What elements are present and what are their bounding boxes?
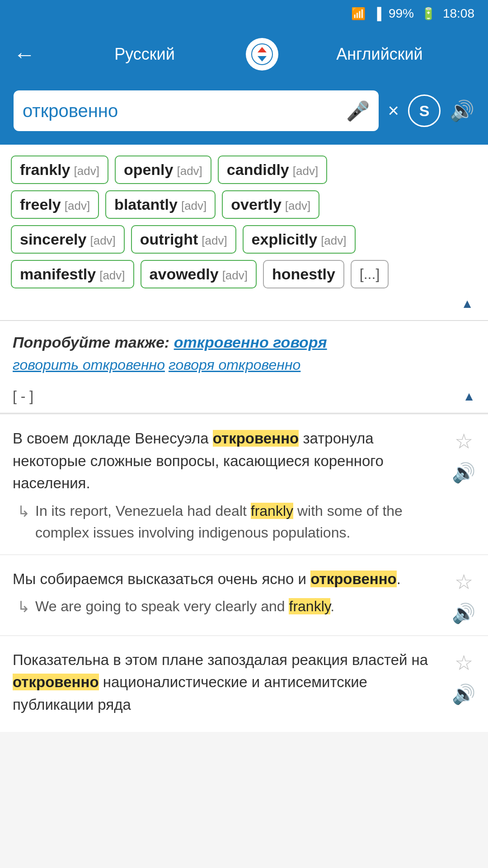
translation-chip-honestly[interactable]: honestly [263, 260, 344, 288]
try-also-links: говорить откровенно говоря откровенно [13, 357, 475, 373]
translation-chip-overtly[interactable]: overtly [adv] [222, 190, 319, 219]
search-input[interactable] [23, 101, 346, 121]
source-language[interactable]: Русский [50, 45, 239, 64]
translations-row-3: sincerely [adv] outright [adv] explicitl… [11, 225, 477, 254]
example-row-2: Мы собираемся высказаться очень ясно и о… [13, 568, 475, 624]
translations-row-1: frankly [adv] openly [adv] candidly [adv… [11, 156, 477, 184]
more-translations-button[interactable]: [...] [351, 260, 389, 288]
time-text: 18:08 [443, 6, 474, 21]
ru-sentence-3: Показательна в этом плане запоздалая реа… [13, 649, 441, 716]
translations-row-4: manifestly [adv] avowedly [adv] honestly… [11, 260, 477, 288]
action-col-3: ☆ 🔊 [452, 649, 475, 705]
ru-sentence-2: Мы собираемся высказаться очень ясно и о… [13, 568, 441, 590]
favorite-button-3[interactable]: ☆ [455, 651, 473, 675]
translation-chip-sincerely[interactable]: sincerely [adv] [11, 225, 125, 254]
translation-chip-blatantly[interactable]: blatantly [adv] [105, 190, 216, 219]
example-row-3: Показательна в этом плане запоздалая реа… [13, 649, 475, 722]
example-row-1: В своем докладе Венесуэла откровенно зат… [13, 427, 475, 543]
ru-highlight-1: откровенно [213, 430, 299, 447]
battery-text: 99% [389, 6, 414, 21]
en-highlight-2: frankly [289, 598, 330, 614]
try-also-link-1[interactable]: откровенно говоря [174, 334, 327, 351]
try-link-3[interactable]: говоря откровенно [169, 357, 300, 373]
translation-chip-candidly[interactable]: candidly [adv] [218, 156, 327, 184]
favorite-button-1[interactable]: ☆ [455, 429, 473, 453]
signal-icon: ▐ [373, 7, 381, 21]
translations-row-2: freely [adv] blatantly [adv] overtly [ad… [11, 190, 477, 219]
search-box: 🎤 [14, 90, 379, 131]
status-bar: 📶 ▐ 99% 🔋 18:08 [0, 0, 488, 27]
ru-highlight-2: откровенно [310, 571, 397, 587]
action-col-2: ☆ 🔊 [452, 568, 475, 624]
example-content-3: Показательна в этом плане запоздалая реа… [13, 649, 441, 722]
try-link-2[interactable]: говорить откровенно [13, 357, 165, 373]
spellcheck-button[interactable]: S [408, 94, 441, 127]
translation-chip-freely[interactable]: freely [adv] [11, 190, 99, 219]
translation-chip-avowedly[interactable]: avowedly [adv] [141, 260, 257, 288]
example-block-3: Показательна в этом плане запоздалая реа… [0, 635, 488, 732]
translations-collapse-row: ▲ [11, 295, 477, 316]
svg-point-0 [252, 44, 272, 65]
example-content-2: Мы собираемся высказаться очень ясно и о… [13, 568, 441, 618]
swap-icon [246, 38, 278, 71]
bracket-label: [ - ] [13, 388, 33, 405]
en-sentence-2: We are going to speak very clearly and f… [13, 595, 441, 617]
example-content-1: В своем докладе Венесуэла откровенно зат… [13, 427, 441, 543]
translation-chip-manifestly[interactable]: manifestly [adv] [11, 260, 134, 288]
en-sentence-1: In its report, Venezuela had dealt frank… [13, 500, 441, 543]
back-button[interactable]: ← [14, 42, 50, 67]
speaker-button-2[interactable]: 🔊 [452, 602, 475, 624]
favorite-button-2[interactable]: ☆ [455, 570, 473, 594]
section-collapse-button[interactable]: ▲ [463, 389, 475, 404]
battery-icon: 🔋 [421, 7, 436, 21]
search-area: 🎤 × S 🔊 [0, 81, 488, 145]
try-also-label: Попробуйте также: откровенно говоря [13, 334, 475, 351]
collapse-bar: [ - ] ▲ [0, 380, 488, 413]
sound-button[interactable]: 🔊 [450, 99, 474, 123]
speaker-button-1[interactable]: 🔊 [452, 462, 475, 484]
ru-highlight-3: откровенно [13, 674, 99, 690]
microphone-icon[interactable]: 🎤 [346, 100, 370, 122]
example-block-1: В своем докладе Венесуэла откровенно зат… [0, 414, 488, 554]
translation-chip-frankly[interactable]: frankly [adv] [11, 156, 108, 184]
app-header: ← Русский Английский [0, 27, 488, 81]
action-col-1: ☆ 🔊 [452, 427, 475, 484]
translation-chip-openly[interactable]: openly [adv] [115, 156, 211, 184]
target-language[interactable]: Английский [285, 45, 474, 64]
speaker-button-3[interactable]: 🔊 [452, 683, 475, 705]
translations-area: frankly [adv] openly [adv] candidly [adv… [0, 145, 488, 320]
ru-sentence-1: В своем докладе Венесуэла откровенно зат… [13, 427, 441, 495]
translation-chip-outright[interactable]: outright [adv] [131, 225, 236, 254]
translation-chip-explicitly[interactable]: explicitly [adv] [243, 225, 356, 254]
example-block-2: Мы собираемся высказаться очень ясно и о… [0, 554, 488, 635]
clear-button[interactable]: × [388, 100, 399, 122]
swap-languages-button[interactable] [239, 32, 285, 77]
en-highlight-1: frankly [251, 503, 293, 519]
try-also-section: Попробуйте также: откровенно говоря гово… [0, 321, 488, 380]
wifi-icon: 📶 [351, 7, 366, 21]
translations-collapse-button[interactable]: ▲ [461, 297, 474, 311]
